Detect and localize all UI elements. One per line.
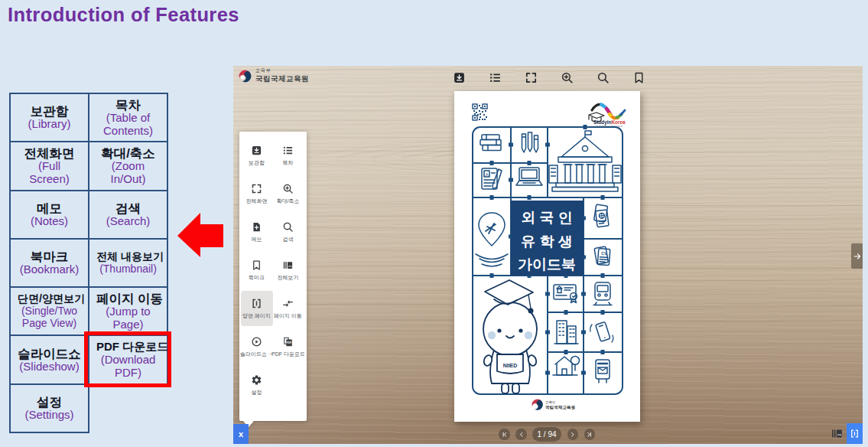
feature-cell-jump: 페이지 이동(Jump to Page) (89, 287, 167, 335)
feature-cell-zoom: 확대/축소(Zoom In/Out) (89, 142, 167, 190)
menu-item-two-page[interactable]: 양면 페이지 (241, 291, 273, 326)
table-row: 메모(Notes) 검색(Search) (10, 191, 167, 239)
pdf-download-icon (282, 336, 294, 347)
svg-text:국립국제교육원: 국립국제교육원 (545, 405, 576, 410)
menu-item-slideshow[interactable]: 슬라이드쇼 ⋯ (241, 329, 273, 364)
feature-cell-thumbnail: 전체 내용보기(Thumbnail) (89, 239, 167, 287)
next-page-flyout-button[interactable] (851, 243, 863, 269)
prev-page-button[interactable] (515, 429, 527, 440)
menu-item-settings[interactable]: 설정 (241, 367, 273, 403)
jump-to-page-icon (282, 298, 294, 309)
table-row: 단면/양면보기(Single/Two Page View) 페이지 이동(Jum… (10, 287, 167, 335)
menu-item-pdf[interactable]: PDF 다운로드 (272, 329, 304, 364)
table-of-contents-icon[interactable] (489, 71, 502, 84)
first-page-button[interactable] (499, 429, 510, 440)
idcard-icon (554, 285, 577, 303)
pens-icon (522, 132, 538, 152)
zoom-icon (282, 183, 294, 194)
menu-item-search[interactable]: 검색 (272, 214, 304, 250)
book-cover-art: StudyinKorea run by Korean Government (454, 91, 640, 422)
table-row: 북마크(Bookmark) 전체 내용보기(Thumbnail) (10, 239, 167, 287)
mascot: NIIED (483, 280, 538, 393)
gov-logo: 교육부국립국제교육원 (238, 67, 309, 84)
fullscreen-icon[interactable] (525, 71, 538, 84)
document-icon: A (482, 168, 502, 189)
top-toolbar (453, 71, 645, 84)
two-page-icon (850, 429, 860, 439)
two-page-icon (251, 298, 262, 309)
settings-icon (251, 374, 262, 386)
svg-text:가이드북: 가이드북 (518, 256, 576, 272)
pager: 1 / 94 (499, 427, 601, 442)
feature-cell-settings: 설정(Settings) (10, 384, 89, 432)
buildings-icon (554, 321, 578, 344)
feature-cell-toc: 목차(Table of Contents) (89, 93, 167, 142)
close-icon: x (239, 429, 243, 439)
thumbnail-view-button[interactable] (831, 427, 844, 440)
feature-cell-notes: 메모(Notes) (10, 191, 89, 239)
feature-cell-fullscreen: 전체화면(Full Screen) (10, 142, 89, 190)
feature-cell-library: 보관함(Library) (10, 93, 89, 142)
gov-ministry: 교육부 (255, 67, 309, 74)
menu-item-memo[interactable]: 메모 (241, 214, 273, 250)
svg-text:NIIED: NIIED (503, 363, 518, 368)
next-page-button[interactable] (567, 429, 579, 440)
phone-icon (590, 321, 613, 342)
table-of-contents-icon (282, 145, 294, 156)
svg-text:유 학 생: 유 학 생 (521, 233, 573, 250)
feature-cell-pageview: 단면/양면보기(Single/Two Page View) (10, 287, 89, 335)
gov-organization: 국립국제교육원 (255, 74, 309, 84)
menu-item-bookmark[interactable]: 북마크 (241, 253, 273, 288)
house-icon (553, 357, 580, 376)
feature-cell-slideshow: 슬라이드쇼(Slideshow) (10, 335, 89, 383)
travel-pin-icon (476, 213, 508, 266)
menu-item-fullscreen[interactable]: 전체화면 (241, 176, 273, 211)
feature-cell-search: 검색(Search) (89, 191, 167, 239)
ebook-viewer-screenshot: 교육부국립국제교육원 보관함 목차 전체화면 확대/축소 메모 검색 북마크 전… (233, 66, 863, 444)
menu-item-thumbnail[interactable]: 전체보기 (272, 253, 304, 288)
bookmark-icon[interactable] (632, 71, 645, 84)
arrow-right-icon (853, 252, 862, 261)
last-page-button[interactable] (584, 429, 596, 440)
search-icon (282, 221, 294, 233)
fullscreen-icon (251, 183, 262, 194)
slide: Introduction of Features 보관함(Library) 목차… (0, 0, 868, 447)
cover-title-block: 외 국 인 유 학 생 가이드북 (511, 201, 584, 276)
close-menu-button[interactable]: x (233, 424, 249, 444)
svg-text:교육부: 교육부 (545, 400, 556, 404)
thumbnail-icon (282, 259, 294, 271)
bookmark-icon (251, 259, 262, 271)
table-row: 전체화면(Full Screen) 확대/축소(Zoom In/Out) (10, 142, 167, 190)
menu-item-library[interactable]: 보관함 (241, 138, 273, 173)
menu-panel: 보관함 목차 전체화면 확대/축소 메모 검색 북마크 전체보기 양면 페이지 … (239, 132, 307, 421)
svg-text:A: A (485, 172, 488, 177)
svg-text:외 국 인: 외 국 인 (521, 210, 573, 226)
highlight-box (84, 331, 171, 387)
books-icon (480, 135, 501, 151)
menu-item-jump[interactable]: 페이지 이동 (272, 291, 304, 326)
feature-cell-bookmark: 북마크(Bookmark) (10, 239, 89, 287)
two-page-view-button[interactable] (847, 423, 863, 444)
cv-icon: CV (594, 246, 610, 266)
red-arrow (177, 212, 224, 258)
search-icon[interactable] (597, 71, 610, 84)
passport-icon (594, 204, 609, 227)
page-indicator[interactable]: 1 / 94 (532, 427, 561, 442)
menu-item-toc[interactable]: 목차 (272, 138, 304, 173)
library-icon[interactable] (453, 71, 466, 84)
university-icon (549, 131, 621, 191)
svg-text:CV: CV (601, 251, 607, 256)
moe-emblem-icon (238, 69, 252, 83)
table-row: 설정(Settings) (10, 384, 167, 432)
studyinkorea-logo: StudyinKorea run by Korean Government (589, 104, 626, 128)
page-title: Introduction of Features (8, 4, 239, 26)
table-row: 보관함(Library) 목차(Table of Contents) (10, 93, 167, 142)
slideshow-icon (251, 336, 262, 347)
cover-footer-logo: 교육부 국립국제교육원 (530, 397, 576, 413)
train-icon (593, 282, 612, 305)
menu-item-zoom[interactable]: 확대/축소 (272, 176, 304, 211)
feature-cell-empty (89, 384, 167, 432)
memo-icon (251, 221, 262, 233)
zoom-icon[interactable] (561, 71, 574, 84)
mailbox-icon (596, 360, 610, 383)
